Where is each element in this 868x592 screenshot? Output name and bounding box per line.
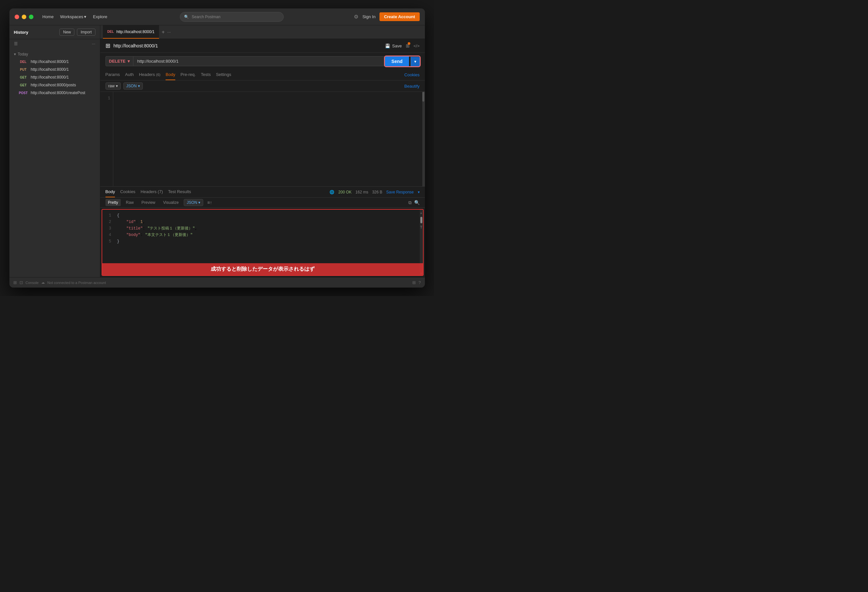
console-icon[interactable]: ⊡ xyxy=(19,280,23,285)
tab-tests[interactable]: Tests xyxy=(201,69,211,80)
console-label[interactable]: Console xyxy=(26,281,38,285)
body-format-select[interactable]: JSON ▾ xyxy=(123,83,143,90)
chevron-down-icon: ▾ xyxy=(116,84,118,88)
list-item[interactable]: POST http://localhost:8000/createPost xyxy=(9,89,100,97)
search-placeholder: Search Postman xyxy=(192,15,220,19)
expand-icon[interactable]: ⊞ xyxy=(412,280,416,285)
resp-tab-body[interactable]: Body xyxy=(105,187,115,197)
list-item[interactable]: PUT http://localhost:8000/1 xyxy=(9,66,100,73)
chevron-down-icon: ▾ xyxy=(198,200,200,205)
history-group-today: ▾ Today DEL http://localhost:8000/1 PUT … xyxy=(9,49,100,98)
tab-body[interactable]: Body xyxy=(165,69,175,80)
list-item[interactable]: GET http://localhost:8000/1 xyxy=(9,73,100,81)
resp-tab-cookies[interactable]: Cookies xyxy=(120,187,135,197)
url-bar: DELETE ▾ Send ▾ xyxy=(100,53,425,69)
resp-view-preview[interactable]: Preview xyxy=(139,199,158,206)
resp-code-line2: "id": 1, xyxy=(117,219,416,225)
close-button[interactable] xyxy=(15,15,19,19)
save-label: Save xyxy=(392,43,402,48)
nav-explore[interactable]: Explore xyxy=(90,13,110,21)
request-title: http://localhost:8000/1 xyxy=(114,43,158,48)
sidebar-toolbar: ☰ ··· xyxy=(9,39,100,48)
more-options-icon[interactable]: ··· xyxy=(92,41,96,46)
tab-headers[interactable]: Headers (6) xyxy=(139,69,160,80)
method-label: DELETE xyxy=(109,59,125,63)
history-url: http://localhost:8000/1 xyxy=(31,67,69,72)
filter-icon[interactable]: ☰ xyxy=(14,41,18,46)
body-type-select[interactable]: raw ▾ xyxy=(105,83,121,90)
resp-view-raw[interactable]: Raw xyxy=(123,199,136,206)
history-url: http://localhost:8000/createPost xyxy=(31,90,86,95)
import-button[interactable]: Import xyxy=(77,28,95,36)
history-url: http://localhost:8000/posts xyxy=(31,83,76,87)
request-area: ⊞ http://localhost:8000/1 💾 Save ⊞ </> xyxy=(100,39,425,277)
history-url: http://localhost:8000/1 xyxy=(31,75,69,80)
headers-count-badge: (6) xyxy=(156,73,160,77)
sidebar-toggle-icon[interactable]: ⊞ xyxy=(13,280,17,285)
resp-line-num: 1 xyxy=(105,212,111,219)
resp-tab-test-results[interactable]: Test Results xyxy=(168,187,191,197)
body-toolbar: raw ▾ JSON ▾ Beautify xyxy=(100,81,425,92)
tab-settings[interactable]: Settings xyxy=(216,69,231,80)
traffic-lights xyxy=(15,15,34,19)
tabs-bar: DEL http://localhost:8000/1 + ··· xyxy=(100,25,425,39)
line-numbers: 1 xyxy=(100,92,113,186)
code-content[interactable] xyxy=(113,92,422,186)
tab-more-options[interactable]: ··· xyxy=(167,30,171,34)
search-icon[interactable]: 🔍 xyxy=(414,200,420,205)
scroll-t-icon: T xyxy=(420,225,422,229)
tab-active[interactable]: DEL http://localhost:8000/1 xyxy=(103,25,159,38)
titlebar-actions: ⚙ Sign In Create Account xyxy=(354,12,419,21)
cookies-link[interactable]: Cookies xyxy=(404,72,420,77)
nav-workspaces[interactable]: Workspaces ▾ xyxy=(58,13,89,21)
resp-view-visualize[interactable]: Visualize xyxy=(161,199,182,206)
request-header-actions: 💾 Save ⊞ </> xyxy=(385,43,419,49)
beautify-button[interactable]: Beautify xyxy=(404,84,420,89)
tab-auth[interactable]: Auth xyxy=(125,69,134,80)
save-icon: 💾 xyxy=(385,43,390,48)
signin-button[interactable]: Sign In xyxy=(362,14,375,19)
maximize-button[interactable] xyxy=(29,15,34,19)
format-label: JSON xyxy=(126,84,137,88)
copy-icon[interactable]: ⧉ xyxy=(408,200,412,205)
sidebar: History New Import ☰ ··· ▾ Today DEL xyxy=(9,25,100,277)
response-tabs-bar: Body Cookies Headers (7) Test Results 🌐 … xyxy=(100,187,425,198)
search-bar-container: 🔍 Search Postman xyxy=(114,12,350,22)
resp-format-select[interactable]: JSON ▾ xyxy=(184,199,203,206)
vertical-scrollbar[interactable] xyxy=(422,92,425,186)
code-button[interactable]: </> xyxy=(413,43,420,48)
sidebar-title: History xyxy=(14,30,28,35)
response-area: Body Cookies Headers (7) Test Results 🌐 … xyxy=(100,186,425,277)
tab-prereq[interactable]: Pre-req. xyxy=(180,69,196,80)
save-response-button[interactable]: Save Response xyxy=(386,190,414,195)
resp-tab-headers[interactable]: Headers (7) xyxy=(140,187,163,197)
settings-icon[interactable]: ⚙ xyxy=(354,13,358,20)
resp-view-pretty[interactable]: Pretty xyxy=(105,199,121,206)
list-item[interactable]: GET http://localhost:8000/posts xyxy=(9,81,100,89)
create-account-button[interactable]: Create Account xyxy=(379,12,420,21)
resp-code-line4: "body": "本文テスト１（更新後）" xyxy=(117,232,416,238)
annotation-overlay: 成功すると削除したデータが表示されるはず xyxy=(102,263,423,275)
search-box[interactable]: 🔍 Search Postman xyxy=(180,12,284,22)
titlebar: Home Workspaces ▾ Explore 🔍 Search Postm… xyxy=(9,9,425,25)
main-area: History New Import ☰ ··· ▾ Today DEL xyxy=(9,25,425,277)
send-dropdown-button[interactable]: ▾ xyxy=(410,57,420,66)
sidebar-header: History New Import xyxy=(9,25,100,39)
bottom-right: ⊞ ? xyxy=(412,280,421,285)
url-input[interactable] xyxy=(133,56,385,66)
add-tab-button[interactable]: + xyxy=(159,29,167,35)
chevron-down-icon: ▾ xyxy=(84,14,86,19)
nav-home[interactable]: Home xyxy=(40,13,56,21)
help-icon[interactable]: ? xyxy=(418,280,421,285)
minimize-button[interactable] xyxy=(22,15,26,19)
history-group-label: Today xyxy=(18,52,28,56)
chevron-down-icon: ▾ xyxy=(138,84,140,88)
filter-results-icon[interactable]: ≡↑ xyxy=(207,200,212,205)
method-badge-post: POST xyxy=(19,91,28,95)
tab-params[interactable]: Params xyxy=(105,69,120,80)
save-button[interactable]: 💾 Save xyxy=(385,43,402,48)
list-item[interactable]: DEL http://localhost:8000/1 xyxy=(9,58,100,66)
method-select[interactable]: DELETE ▾ xyxy=(105,56,133,66)
send-button[interactable]: Send xyxy=(385,56,409,66)
new-button[interactable]: New xyxy=(59,28,74,36)
